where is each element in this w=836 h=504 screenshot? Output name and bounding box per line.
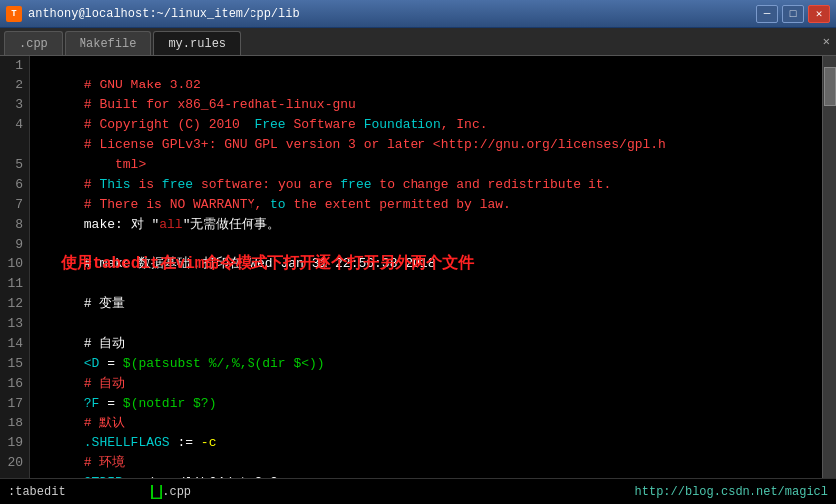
line-num-16: 16 bbox=[4, 374, 23, 394]
code-text: -c bbox=[201, 435, 217, 450]
code-line-11: # 变量 bbox=[38, 274, 822, 294]
line-numbers: 1 2 3 4 5 6 7 8 9 10 11 12 13 14 15 16 1… bbox=[0, 56, 30, 478]
code-to: to bbox=[270, 197, 286, 212]
code-text: QTDIR bbox=[84, 475, 123, 478]
code-text: $(notdir $?) bbox=[123, 396, 217, 411]
tab-bar: .cpp Makefile my.rules ✕ bbox=[0, 28, 836, 56]
code-text: # bbox=[84, 177, 100, 192]
code-line-5: # This is free software: you are free to… bbox=[38, 155, 822, 175]
code-text: .SHELLFLAGS bbox=[84, 435, 170, 450]
code-text: "无需做任何事。 bbox=[183, 217, 281, 232]
line-num-6: 6 bbox=[4, 175, 23, 195]
title-bar: T anthony@localhost:~/linux_item/cpp/lib… bbox=[0, 0, 836, 28]
code-text: # There is NO WARRANTY, bbox=[84, 197, 270, 212]
status-url: http://blog.csdn.net/magicl bbox=[635, 485, 828, 499]
code-text: # 自动 bbox=[84, 376, 126, 391]
code-line-14: <D = $(patsubst %/,%,$(dir $<)) bbox=[38, 334, 822, 354]
code-line-13: # 自动 bbox=[38, 314, 822, 334]
line-num-13: 13 bbox=[4, 314, 23, 334]
line-num-10: 10 bbox=[4, 254, 23, 274]
code-text: is bbox=[131, 177, 162, 192]
tab-myrules-label: my.rules bbox=[168, 37, 226, 51]
scrollbar-thumb[interactable] bbox=[824, 67, 836, 106]
status-bar: :tabedit █.cpp http://blog.csdn.net/magi… bbox=[0, 478, 836, 504]
code-line-16: ?F = $(notdir $?) bbox=[38, 374, 822, 394]
tab-cpp[interactable]: .cpp bbox=[4, 31, 63, 55]
code-text: ?F bbox=[84, 396, 100, 411]
code-line-12 bbox=[38, 294, 822, 314]
code-line-1: # GNU Make 3.82 bbox=[38, 56, 822, 76]
code-text: tml> bbox=[84, 157, 146, 172]
editor-container: 1 2 3 4 5 6 7 8 9 10 11 12 13 14 15 16 1… bbox=[0, 56, 836, 478]
line-num-20: 20 bbox=[4, 453, 23, 473]
line-num-17: 17 bbox=[4, 394, 23, 414]
code-line-10: 使用tabedit在vim命令模式下打开逐个打开另外两个文件 bbox=[38, 254, 822, 274]
code-text: <D bbox=[84, 356, 100, 371]
annotation-tabedit: 使用tabedit在vim命令模式下打开逐个打开另外两个文件 bbox=[61, 254, 474, 274]
code-line-9: # make 数据基础，打印在 Wed Jan 31 22:56:38 2018 bbox=[38, 235, 822, 254]
code-free2: free bbox=[340, 177, 371, 192]
code-text: the extent permitted by law. bbox=[286, 197, 511, 212]
line-num-1: 1 bbox=[4, 56, 23, 76]
code-text: # 环境 bbox=[84, 455, 126, 470]
code-line-20: QTDIR = /usr/lib64/qt-3.3 bbox=[38, 453, 822, 473]
line-num-9: 9 bbox=[4, 235, 23, 254]
maximize-button[interactable]: □ bbox=[782, 5, 804, 23]
line-num-5: 5 bbox=[4, 155, 23, 175]
line-num-11: 11 bbox=[4, 274, 23, 294]
tab-myrules[interactable]: my.rules bbox=[153, 31, 241, 55]
code-text: = /usr/lib64/qt-3.3 bbox=[123, 475, 278, 478]
code-line-18: .SHELLFLAGS := -c bbox=[38, 414, 822, 433]
code-text-foundation: Foundation bbox=[364, 117, 441, 132]
code-text: , Inc. bbox=[441, 117, 488, 132]
close-button[interactable]: ✕ bbox=[808, 5, 830, 23]
code-text: # 自动 bbox=[84, 336, 126, 351]
line-num-8: 8 bbox=[4, 215, 23, 235]
code-text: # GNU Make 3.82 bbox=[84, 78, 201, 92]
line-num-12: 12 bbox=[4, 294, 23, 314]
code-text bbox=[38, 254, 61, 274]
code-text-all: all bbox=[159, 217, 182, 232]
line-num-cont bbox=[4, 135, 23, 155]
code-text: to change and redistribute it. bbox=[372, 177, 612, 192]
tab-makefile[interactable]: Makefile bbox=[65, 31, 152, 55]
line-num-2: 2 bbox=[4, 76, 23, 95]
code-area[interactable]: # GNU Make 3.82 # Built for x86_64-redha… bbox=[30, 56, 822, 478]
code-text: software: you are bbox=[193, 177, 340, 192]
code-free: free bbox=[162, 177, 193, 192]
tab-close-icon[interactable]: ✕ bbox=[823, 34, 830, 49]
line-num-7: 7 bbox=[4, 195, 23, 215]
window-controls[interactable]: ─ □ ✕ bbox=[756, 5, 830, 23]
code-text: # Built for x86_64-redhat-linux-gnu bbox=[84, 97, 356, 112]
line-num-14: 14 bbox=[4, 334, 23, 354]
code-text: # License GPLv3+: GNU GPL version 3 or l… bbox=[84, 137, 666, 152]
tab-makefile-label: Makefile bbox=[80, 37, 137, 51]
app-icon: T bbox=[6, 6, 22, 22]
line-num-15: 15 bbox=[4, 354, 23, 374]
code-text: := bbox=[170, 435, 201, 450]
code-text: # 变量 bbox=[84, 296, 126, 311]
line-num-3: 3 bbox=[4, 95, 23, 115]
tab-cpp-label: .cpp bbox=[19, 37, 48, 51]
line-num-19: 19 bbox=[4, 433, 23, 453]
scrollbar-vertical[interactable] bbox=[822, 56, 836, 478]
line-num-18: 18 bbox=[4, 414, 23, 433]
title-bar-left: T anthony@localhost:~/linux_item/cpp/lib bbox=[6, 6, 300, 22]
code-text: Free bbox=[254, 117, 285, 132]
code-text: = bbox=[99, 396, 122, 411]
line-num-4: 4 bbox=[4, 115, 23, 135]
status-command: :tabedit █.cpp bbox=[8, 485, 191, 499]
code-text: $(patsubst %/,%,$(dir $<)) bbox=[123, 356, 325, 371]
window-title: anthony@localhost:~/linux_item/cpp/lib bbox=[28, 7, 300, 21]
minimize-button[interactable]: ─ bbox=[756, 5, 778, 23]
code-text: make: 对 " bbox=[84, 217, 159, 232]
code-text: = bbox=[99, 356, 122, 371]
code-this: This bbox=[99, 177, 130, 192]
code-text: # 默认 bbox=[84, 416, 126, 430]
code-text: Software bbox=[286, 117, 364, 132]
tab-close-area: ✕ bbox=[823, 27, 836, 55]
code-text: # Copyright (C) 2010 bbox=[84, 117, 255, 132]
